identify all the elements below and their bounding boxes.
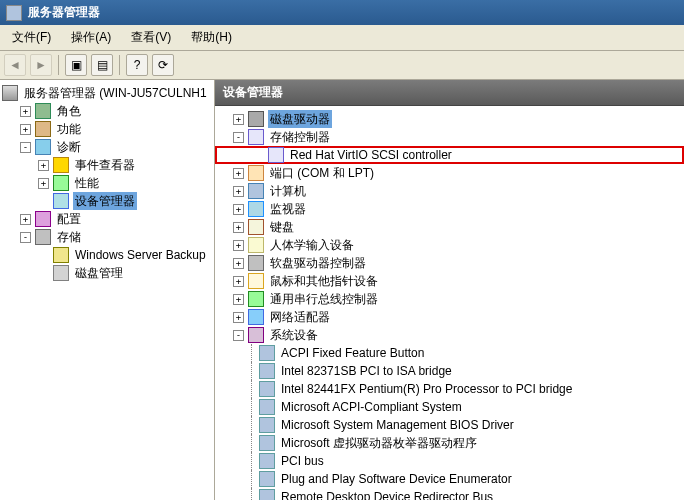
tree-roles[interactable]: + 角色 bbox=[2, 102, 214, 120]
tree-storage[interactable]: - 存储 bbox=[2, 228, 214, 246]
expand-icon[interactable]: + bbox=[233, 294, 244, 305]
device-ports[interactable]: + 端口 (COM 和 LPT) bbox=[215, 164, 684, 182]
system-device-icon bbox=[259, 471, 275, 487]
expand-icon[interactable]: + bbox=[38, 160, 49, 171]
floppy-controller-icon bbox=[248, 255, 264, 271]
device-virtio-scsi[interactable]: Red Hat VirtIO SCSI controller bbox=[215, 146, 684, 164]
expand-icon[interactable]: + bbox=[38, 178, 49, 189]
tree-label: 配置 bbox=[55, 210, 83, 228]
device-usb[interactable]: + 通用串行总线控制器 bbox=[215, 290, 684, 308]
tree-disk-mgmt[interactable]: 磁盘管理 bbox=[2, 264, 214, 282]
device-label: Microsoft System Management BIOS Driver bbox=[279, 416, 516, 434]
sysdev-virtio-enum[interactable]: Microsoft 虚拟驱动器枚举器驱动程序 bbox=[215, 434, 684, 452]
event-viewer-icon bbox=[53, 157, 69, 173]
collapse-icon[interactable]: - bbox=[233, 330, 244, 341]
expand-icon[interactable]: + bbox=[233, 204, 244, 215]
sysdev-pnp-enum[interactable]: Plug and Play Software Device Enumerator bbox=[215, 470, 684, 488]
collapse-icon[interactable]: - bbox=[20, 142, 31, 153]
system-device-icon bbox=[259, 363, 275, 379]
device-label: PCI bus bbox=[279, 452, 326, 470]
expand-icon[interactable]: + bbox=[233, 168, 244, 179]
disk-mgmt-icon bbox=[53, 265, 69, 281]
device-label: ACPI Fixed Feature Button bbox=[279, 344, 426, 362]
sysdev-acpi-button[interactable]: ACPI Fixed Feature Button bbox=[215, 344, 684, 362]
device-label: 鼠标和其他指针设备 bbox=[268, 272, 380, 290]
window-titlebar: 服务器管理器 bbox=[0, 0, 684, 25]
computer-icon bbox=[248, 183, 264, 199]
expand-icon[interactable]: + bbox=[20, 106, 31, 117]
right-panel-header: 设备管理器 bbox=[215, 80, 684, 106]
device-label: 网络适配器 bbox=[268, 308, 332, 326]
performance-icon bbox=[53, 175, 69, 191]
device-system-devices[interactable]: - 系统设备 bbox=[215, 326, 684, 344]
menu-view[interactable]: 查看(V) bbox=[123, 27, 179, 48]
hid-icon bbox=[248, 237, 264, 253]
device-manager-icon bbox=[53, 193, 69, 209]
menu-action[interactable]: 操作(A) bbox=[63, 27, 119, 48]
expand-icon[interactable]: + bbox=[233, 240, 244, 251]
menu-file[interactable]: 文件(F) bbox=[4, 27, 59, 48]
tree-configuration[interactable]: + 配置 bbox=[2, 210, 214, 228]
storage-icon bbox=[35, 229, 51, 245]
roles-icon bbox=[35, 103, 51, 119]
refresh-button[interactable]: ⟳ bbox=[152, 54, 174, 76]
help-button[interactable]: ? bbox=[126, 54, 148, 76]
device-keyboards[interactable]: + 键盘 bbox=[215, 218, 684, 236]
menu-bar: 文件(F) 操作(A) 查看(V) 帮助(H) bbox=[0, 25, 684, 51]
device-hid[interactable]: + 人体学输入设备 bbox=[215, 236, 684, 254]
storage-controller-icon bbox=[248, 129, 264, 145]
scan-button[interactable]: ▣ bbox=[65, 54, 87, 76]
right-panel: 设备管理器 + 磁盘驱动器 - 存储控制器 Red Hat VirtIO SCS… bbox=[215, 80, 684, 500]
tree-label: 性能 bbox=[73, 174, 101, 192]
device-network[interactable]: + 网络适配器 bbox=[215, 308, 684, 326]
expand-icon[interactable]: + bbox=[233, 222, 244, 233]
collapse-icon[interactable]: - bbox=[20, 232, 31, 243]
tree-diagnostics[interactable]: - 诊断 bbox=[2, 138, 214, 156]
system-device-icon bbox=[259, 453, 275, 469]
system-device-icon bbox=[259, 399, 275, 415]
tree-event-viewer[interactable]: + 事件查看器 bbox=[2, 156, 214, 174]
toolbar: ◄ ► ▣ ▤ ? ⟳ bbox=[0, 51, 684, 80]
device-label: 端口 (COM 和 LPT) bbox=[268, 164, 376, 182]
device-label: 存储控制器 bbox=[268, 128, 332, 146]
diagnostics-icon bbox=[35, 139, 51, 155]
sysdev-isa-bridge[interactable]: Intel 82371SB PCI to ISA bridge bbox=[215, 362, 684, 380]
expand-icon[interactable]: + bbox=[20, 214, 31, 225]
device-computer[interactable]: + 计算机 bbox=[215, 182, 684, 200]
app-icon bbox=[6, 5, 22, 21]
expand-icon[interactable]: + bbox=[233, 312, 244, 323]
expand-icon[interactable]: + bbox=[233, 186, 244, 197]
device-label: 人体学输入设备 bbox=[268, 236, 356, 254]
device-label: Microsoft ACPI-Compliant System bbox=[279, 398, 464, 416]
device-label: 系统设备 bbox=[268, 326, 320, 344]
device-floppy-controllers[interactable]: + 软盘驱动器控制器 bbox=[215, 254, 684, 272]
tree-label: 功能 bbox=[55, 120, 83, 138]
sysdev-pentium-bridge[interactable]: Intel 82441FX Pentium(R) Pro Processor t… bbox=[215, 380, 684, 398]
menu-help[interactable]: 帮助(H) bbox=[183, 27, 240, 48]
view-button[interactable]: ▤ bbox=[91, 54, 113, 76]
tree-label: 存储 bbox=[55, 228, 83, 246]
usb-icon bbox=[248, 291, 264, 307]
sysdev-rdp-bus[interactable]: Remote Desktop Device Redirector Bus bbox=[215, 488, 684, 500]
tree-features[interactable]: + 功能 bbox=[2, 120, 214, 138]
sysdev-bios-driver[interactable]: Microsoft System Management BIOS Driver bbox=[215, 416, 684, 434]
tree-server-root[interactable]: 服务器管理器 (WIN-JU57CULNH1 bbox=[2, 84, 214, 102]
tree-performance[interactable]: + 性能 bbox=[2, 174, 214, 192]
sysdev-acpi-system[interactable]: Microsoft ACPI-Compliant System bbox=[215, 398, 684, 416]
collapse-icon[interactable]: - bbox=[233, 132, 244, 143]
expand-icon[interactable]: + bbox=[233, 276, 244, 287]
back-button[interactable]: ◄ bbox=[4, 54, 26, 76]
device-storage-controllers[interactable]: - 存储控制器 bbox=[215, 128, 684, 146]
device-disk-drives[interactable]: + 磁盘驱动器 bbox=[215, 110, 684, 128]
tree-device-manager[interactable]: 设备管理器 bbox=[2, 192, 214, 210]
device-label: 计算机 bbox=[268, 182, 308, 200]
expand-icon[interactable]: + bbox=[20, 124, 31, 135]
expand-icon[interactable]: + bbox=[233, 114, 244, 125]
forward-button[interactable]: ► bbox=[30, 54, 52, 76]
device-mice[interactable]: + 鼠标和其他指针设备 bbox=[215, 272, 684, 290]
disk-drives-icon bbox=[248, 111, 264, 127]
tree-backup[interactable]: Windows Server Backup bbox=[2, 246, 214, 264]
device-monitors[interactable]: + 监视器 bbox=[215, 200, 684, 218]
sysdev-pci-bus[interactable]: PCI bus bbox=[215, 452, 684, 470]
expand-icon[interactable]: + bbox=[233, 258, 244, 269]
